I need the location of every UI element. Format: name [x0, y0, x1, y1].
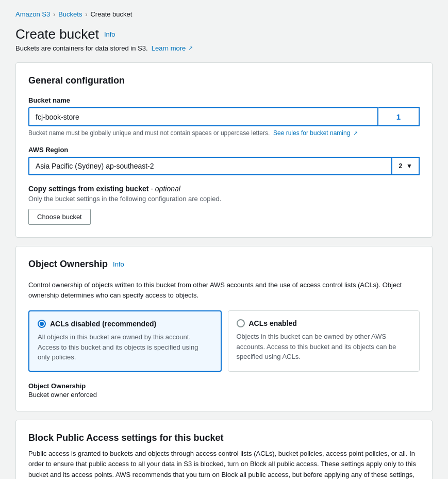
general-config-title: General configuration [28, 75, 420, 86]
external-link-icon: ↗ [188, 45, 193, 52]
ownership-summary-label: Object Ownership [28, 382, 420, 390]
page-title: Create bucket [15, 26, 99, 42]
acls-enabled-desc: Objects in this bucket can be owned by o… [237, 332, 411, 362]
ownership-title-row: Object Ownership Info [28, 259, 420, 270]
bucket-name-input[interactable] [28, 107, 378, 126]
aws-region-group: AWS Region Asia Pacific (Sydney) ap-sout… [28, 146, 420, 175]
bucket-name-row: 1 [28, 107, 420, 126]
bucket-name-label: Bucket name [28, 96, 420, 104]
aws-region-select[interactable]: Asia Pacific (Sydney) ap-southeast-2 [28, 157, 392, 175]
acls-enabled-title: ACLs enabled [249, 319, 297, 327]
acls-disabled-desc: All objects in this bucket are owned by … [38, 332, 212, 362]
acls-disabled-title: ACLs disabled (recommended) [50, 320, 156, 328]
bucket-name-helper: Bucket name must be globally unique and … [28, 129, 420, 137]
acls-disabled-radio [38, 320, 46, 328]
aws-region-label: AWS Region [28, 146, 420, 154]
block-access-title: Block Public Access settings for this bu… [28, 433, 420, 443]
breadcrumb-current: Create bucket [90, 10, 132, 18]
breadcrumb-sep-2: › [85, 11, 87, 18]
acls-enabled-radio [237, 319, 245, 327]
acls-disabled-header: ACLs disabled (recommended) [38, 320, 212, 328]
acls-enabled-option[interactable]: ACLs enabled Objects in this bucket can … [228, 310, 420, 372]
naming-rules-ext-icon: ↗ [353, 130, 358, 137]
copy-settings-title: Copy settings from existing bucket - opt… [28, 185, 420, 193]
page-subtitle: Buckets are containers for data stored i… [15, 44, 433, 52]
ownership-desc: Control ownership of objects written to … [28, 280, 420, 300]
copy-settings-desc: Only the bucket settings in the followin… [28, 195, 420, 203]
breadcrumb-sep-1: › [53, 11, 55, 18]
learn-more-link[interactable]: Learn more ↗ [152, 44, 193, 52]
aws-region-step: 2 ▼ [392, 157, 420, 175]
object-ownership-card: Object Ownership Info Control ownership … [15, 246, 433, 411]
bucket-name-step: 1 [378, 107, 420, 126]
acls-disabled-option[interactable]: ACLs disabled (recommended) All objects … [28, 310, 222, 372]
copy-settings-section: Copy settings from existing bucket - opt… [28, 185, 420, 225]
dropdown-arrow-icon: ▼ [406, 162, 412, 170]
ownership-options: ACLs disabled (recommended) All objects … [28, 310, 420, 372]
ownership-info-link[interactable]: Info [113, 260, 124, 268]
ownership-summary-value: Bucket owner enforced [28, 391, 420, 399]
general-config-card: General configuration Bucket name 1 Buck… [15, 62, 433, 238]
block-access-desc: Public access is granted to buckets and … [28, 449, 420, 480]
bucket-naming-rules-link[interactable]: See rules for bucket naming ↗ [273, 129, 358, 137]
breadcrumb-buckets[interactable]: Buckets [58, 10, 82, 18]
bucket-name-group: Bucket name 1 Bucket name must be global… [28, 96, 420, 137]
page-info-link[interactable]: Info [104, 30, 115, 38]
aws-region-select-wrapper: Asia Pacific (Sydney) ap-southeast-2 2 ▼ [28, 157, 420, 175]
block-public-access-card: Block Public Access settings for this bu… [15, 420, 433, 480]
acls-enabled-header: ACLs enabled [237, 319, 411, 327]
ownership-title: Object Ownership [28, 259, 108, 270]
breadcrumb-s3[interactable]: Amazon S3 [15, 10, 50, 18]
breadcrumb: Amazon S3 › Buckets › Create bucket [15, 10, 433, 18]
choose-bucket-button[interactable]: Choose bucket [28, 209, 91, 225]
ownership-summary: Object Ownership Bucket owner enforced [28, 382, 420, 399]
